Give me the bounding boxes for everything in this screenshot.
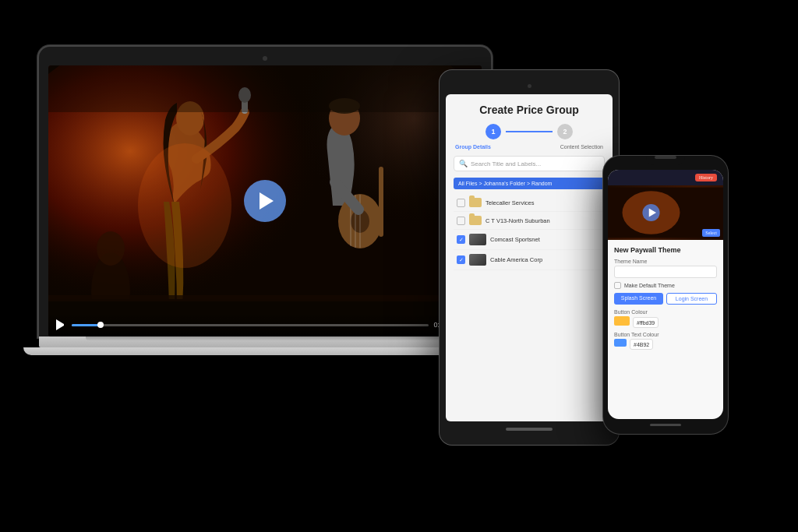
step-1-circle: 1	[486, 124, 501, 139]
svg-rect-11	[379, 167, 383, 237]
svg-rect-18	[48, 295, 482, 301]
checkbox-2[interactable]	[457, 217, 465, 225]
phone-speaker	[655, 156, 676, 159]
button-colour-label: Button Colour	[614, 309, 717, 315]
login-screen-button[interactable]: Login Screen	[666, 293, 717, 305]
theme-name-label: Theme Name	[614, 259, 717, 264]
screen-type-buttons: Splash Screen Login Screen	[614, 293, 717, 305]
play-button[interactable]	[244, 180, 286, 222]
button-colour-input[interactable]: #ffbd39	[633, 317, 659, 328]
laptop-base	[39, 336, 491, 347]
concert-background: 0:05 🔊 ⛶	[48, 65, 482, 336]
tablet-form-title: Create Price Group	[454, 104, 605, 116]
phone-notch	[646, 156, 685, 165]
tablet-camera	[528, 84, 531, 88]
splash-screen-button[interactable]: Splash Screen	[614, 293, 663, 305]
default-theme-label: Make Default Theme	[624, 283, 675, 288]
laptop-screen: 0:05 🔊 ⛶	[48, 65, 482, 336]
checkbox-1[interactable]	[457, 199, 465, 207]
svg-point-16	[97, 231, 125, 266]
search-icon: 🔍	[459, 160, 468, 167]
phone-video-thumbnail: Select	[608, 185, 723, 240]
button-text-colour-label: Button Text Colour	[614, 332, 717, 337]
video-thumb-3	[469, 234, 486, 245]
progress-handle[interactable]	[97, 322, 104, 328]
stepper-row: 1 2	[454, 124, 605, 139]
step-1-label: Group Details	[455, 144, 491, 150]
theme-name-input[interactable]	[614, 266, 717, 278]
play-control-icon[interactable]	[56, 319, 67, 330]
tablet-content: Create Price Group 1 2 Group Details Con…	[446, 94, 613, 280]
button-text-colour-input[interactable]: #4B92	[630, 339, 653, 350]
breadcrumb-bar: All Files > Johanna's Folder > Random	[454, 178, 605, 189]
laptop-hinge	[86, 336, 444, 340]
phone-device: History Select New Paywall Theme Theme N…	[603, 156, 728, 434]
laptop-bottom	[23, 347, 507, 355]
step-line	[506, 131, 553, 132]
breadcrumb-text: All Files > Johanna's Folder > Random	[458, 181, 552, 186]
phone-form-area: New Paywall Theme Theme Name Make Defaul…	[608, 240, 723, 356]
phone-home-bar	[650, 424, 681, 426]
progress-bar[interactable]	[72, 324, 429, 326]
svg-rect-19	[48, 65, 482, 112]
checkbox-3[interactable]: ✓	[457, 235, 465, 244]
tablet-device: Create Price Group 1 2 Group Details Con…	[440, 70, 619, 445]
button-colour-swatch	[614, 316, 630, 326]
file-row-3[interactable]: ✓ Comcast Sportsnet	[454, 230, 605, 250]
file-row-4[interactable]: ✓ Cable America Corp	[454, 250, 605, 270]
file-name-2: C T V13-North Suburban	[486, 217, 602, 224]
step-2-label: Content Selection	[560, 144, 603, 150]
laptop-screen-outer: 0:05 🔊 ⛶	[39, 47, 491, 336]
search-placeholder-text: Search Title and Labels...	[471, 160, 541, 167]
step-2-circle: 2	[557, 124, 573, 139]
play-icon	[260, 192, 274, 210]
file-row-2[interactable]: C T V13-North Suburban	[454, 212, 605, 230]
step-1-number: 1	[491, 128, 495, 136]
video-controls-bar[interactable]: 0:05 🔊 ⛶	[48, 313, 482, 336]
step-2-number: 2	[563, 128, 567, 136]
default-theme-row[interactable]: Make Default Theme	[614, 282, 717, 289]
file-row-1[interactable]: Telecaller Services	[454, 194, 605, 212]
file-name-3: Comcast Sportsnet	[490, 236, 602, 243]
phone-video-select-btn[interactable]: Select	[702, 229, 720, 237]
folder-icon-1	[469, 198, 482, 207]
svg-point-6	[138, 143, 231, 268]
phone-screen: History Select New Paywall Theme Theme N…	[608, 170, 723, 419]
tablet-home-bar	[506, 428, 553, 431]
file-name-4: Cable America Corp	[490, 256, 602, 263]
default-theme-checkbox[interactable]	[614, 282, 621, 289]
search-bar[interactable]: 🔍 Search Title and Labels...	[454, 156, 605, 171]
phone-header: History	[608, 170, 723, 185]
folder-icon-2	[469, 216, 482, 225]
progress-fill	[72, 324, 101, 326]
laptop-device: 0:05 🔊 ⛶	[39, 47, 491, 355]
file-name-1: Telecaller Services	[486, 199, 602, 206]
tablet-screen: Create Price Group 1 2 Group Details Con…	[446, 94, 613, 421]
checkbox-4[interactable]: ✓	[457, 255, 465, 264]
main-scene: 0:05 🔊 ⛶ Create Price Group 1	[0, 0, 798, 532]
step-labels: Group Details Content Selection	[454, 144, 605, 150]
video-thumb-4	[469, 254, 486, 266]
button-text-colour-swatch	[614, 339, 627, 347]
phone-form-title: New Paywall Theme	[614, 246, 717, 254]
history-button[interactable]: History	[695, 174, 717, 181]
laptop-camera	[263, 56, 267, 61]
